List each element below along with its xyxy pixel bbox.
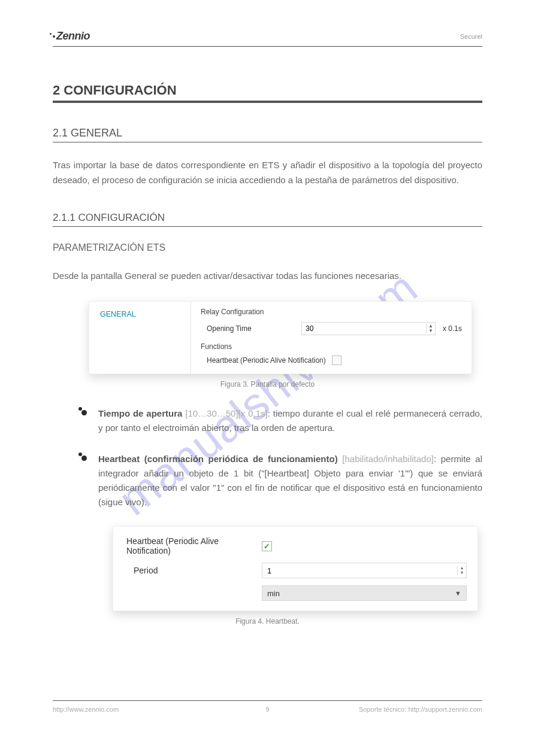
brand-dot-icon xyxy=(53,35,55,38)
heading-general: 2.1 GENERAL xyxy=(53,127,482,142)
fig4-heartbeat-label: Heartbeat (Periodic Alive Notification) xyxy=(124,536,262,555)
chevron-down-icon[interactable]: ▼ xyxy=(428,329,433,333)
bullet-heartbeat-title: Heartbeat (confirmación periódica de fun… xyxy=(98,454,338,464)
bullet-heartbeat-range: [habilitado/inhabilitado] xyxy=(342,454,434,464)
page-footer: http://www.zennio.com 9 Soporte técnico:… xyxy=(53,700,482,713)
opening-time-input[interactable]: ▲ ▼ xyxy=(301,322,436,335)
brand-logo: Zennio xyxy=(53,30,90,42)
bullet-opening-time-range: [10…30…50][x 0,1s] xyxy=(185,408,267,418)
figure-4-panel: Heartbeat (Periodic Alive Notification) … xyxy=(113,526,478,611)
period-label: Period xyxy=(124,566,262,575)
heading-configuracion: 2 CONFIGURACIÓN xyxy=(53,83,482,103)
page: Zennio Securel 2 CONFIGURACIÓN 2.1 GENER… xyxy=(53,30,482,726)
fig4-period-row: Period ▴ ▾ xyxy=(124,563,467,578)
period-stepper[interactable]: ▴ ▾ xyxy=(457,566,466,575)
bullet-opening-time: Tiempo de apertura [10…30…50][x 0,1s]: t… xyxy=(98,406,482,435)
opening-time-stepper[interactable]: ▲ ▼ xyxy=(426,324,435,333)
figure-4-caption: Figura 4. Heartbeat. xyxy=(53,617,482,626)
chevron-down-icon[interactable]: ▾ xyxy=(461,570,463,575)
subheading-ets: PARAMETRIZACIÓN ETS xyxy=(53,242,482,253)
intro-paragraph-2: Desde la pantalla General se pueden acti… xyxy=(53,269,482,284)
relay-config-title: Relay Configuration xyxy=(201,308,462,316)
chevron-down-icon: ▼ xyxy=(455,590,461,597)
sidebar-item-general[interactable]: GENERAL xyxy=(89,302,191,374)
heading-config-sub: 2.1.1 CONFIGURACIÓN xyxy=(53,212,482,227)
bullet-opening-time-title: Tiempo de apertura xyxy=(98,408,182,418)
intro-paragraph-1: Tras importar la base de datos correspon… xyxy=(53,158,482,188)
heartbeat-checked-checkbox[interactable]: ✓ xyxy=(262,541,272,551)
period-unit-select[interactable]: min ▼ xyxy=(262,585,467,601)
brand-text: Zennio xyxy=(56,30,90,42)
functions-title: Functions xyxy=(201,342,462,351)
heartbeat-label: Heartbeat (Periodic Alive Notification) xyxy=(207,356,326,365)
period-field[interactable] xyxy=(262,566,457,575)
opening-time-suffix: x 0.1s xyxy=(443,324,462,333)
bullet-heartbeat: Heartbeat (confirmación periódica de fun… xyxy=(98,452,482,509)
figure-3-body: Relay Configuration Opening Time ▲ ▼ x 0… xyxy=(191,302,471,374)
footer-left: http://www.zennio.com xyxy=(53,706,119,713)
page-number: 9 xyxy=(265,706,269,713)
period-unit-value: min xyxy=(267,589,280,598)
heartbeat-checkbox[interactable] xyxy=(332,356,341,365)
fig4-heartbeat-row: Heartbeat (Periodic Alive Notification) … xyxy=(124,536,467,555)
opening-time-row: Opening Time ▲ ▼ x 0.1s xyxy=(201,322,462,335)
bullet-list: Tiempo de apertura [10…30…50][x 0,1s]: t… xyxy=(53,406,482,509)
period-input[interactable]: ▴ ▾ xyxy=(262,563,467,578)
page-header: Zennio Securel xyxy=(53,30,482,47)
check-icon: ✓ xyxy=(264,542,270,551)
opening-time-label: Opening Time xyxy=(201,324,297,333)
opening-time-field[interactable] xyxy=(302,324,426,333)
footer-right: Soporte técnico: http://support.zennio.c… xyxy=(359,706,482,713)
figure-3-panel: GENERAL Relay Configuration Opening Time… xyxy=(89,301,472,374)
figure-3-caption: Figura 3. Pantalla por defecto xyxy=(53,380,482,388)
heartbeat-checkbox-row: Heartbeat (Periodic Alive Notification) xyxy=(201,356,462,365)
header-right-text: Securel xyxy=(460,33,482,40)
